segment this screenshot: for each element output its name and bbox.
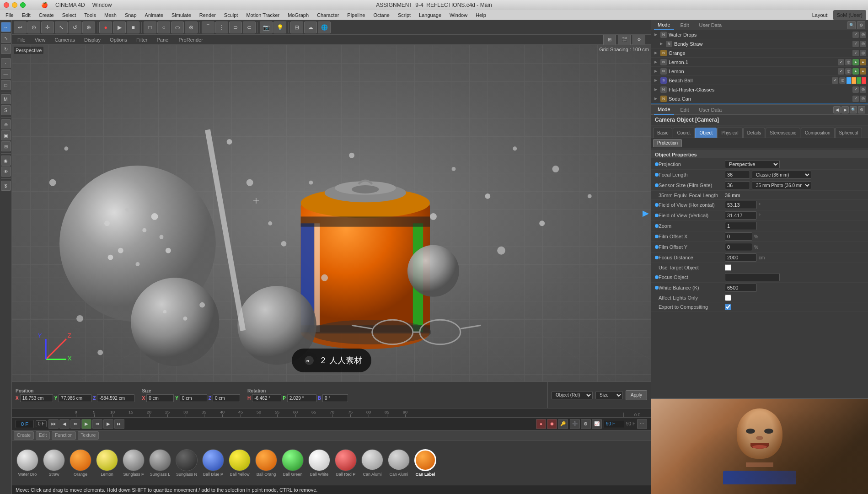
sphere-btn[interactable]: ○ <box>157 21 170 33</box>
tab-coord[interactable]: Coord. <box>673 128 695 138</box>
material-lemon[interactable]: Lemon <box>95 449 119 477</box>
material-orange[interactable]: Orange <box>69 449 92 477</box>
poly-mode-btn[interactable]: □ <box>1 80 11 90</box>
menu-animate[interactable]: Animate <box>141 10 167 20</box>
focus-object-input[interactable] <box>725 273 780 281</box>
props-edit-tab[interactable]: Edit <box>677 105 693 115</box>
window-menu[interactable]: Window <box>89 0 116 10</box>
projection-select[interactable]: Perspective Isometric Orthographic <box>725 160 780 168</box>
rot-p-input[interactable] <box>287 394 316 402</box>
vp-tab-panel[interactable]: Panel <box>153 35 173 45</box>
null-btn[interactable]: ⊗ <box>185 21 198 33</box>
prev-frame-btn[interactable]: ◀ <box>59 419 70 429</box>
material-ball-yellow[interactable]: Ball Yellow <box>228 449 252 477</box>
apply-button[interactable]: Apply <box>626 390 647 400</box>
navigation-arrow[interactable]: ▶ <box>643 208 649 218</box>
tab-composition[interactable]: Composition <box>801 128 835 138</box>
camera-btn[interactable]: 📷 <box>260 21 273 33</box>
menu-sculpt[interactable]: Sculpt <box>220 10 242 20</box>
menu-snap[interactable]: Snap <box>121 10 140 20</box>
light-btn[interactable]: 💡 <box>273 21 286 33</box>
menu-window[interactable]: Window <box>446 10 471 20</box>
size-z-input[interactable] <box>213 394 240 402</box>
menu-mesh[interactable]: Mesh <box>101 10 120 20</box>
mat-edit-btn[interactable]: Edit <box>36 431 50 440</box>
point-mode-btn[interactable]: · <box>1 58 11 68</box>
menu-render[interactable]: Render <box>196 10 220 20</box>
obj-soda-can[interactable]: ▶ N Soda Can ✓ ◎ <box>651 94 868 103</box>
menu-select[interactable]: Select <box>59 10 80 20</box>
expand-lemon1[interactable]: ▶ <box>653 59 659 65</box>
menu-help[interactable]: Help <box>472 10 490 20</box>
rot-h-input[interactable] <box>252 394 281 402</box>
material-can-label[interactable]: Can Label <box>413 449 437 477</box>
objects-mode-tab[interactable]: Mode <box>654 20 674 30</box>
tab-details[interactable]: Details <box>743 128 766 138</box>
use-target-checkbox[interactable] <box>725 264 731 271</box>
expand-soda-can[interactable]: ▶ <box>653 96 659 102</box>
coord-z-input[interactable] <box>97 394 134 402</box>
transform-btn[interactable]: ⊕ <box>82 21 95 33</box>
obj-orange[interactable]: ▶ N Orange ✓ ◎ <box>651 48 868 58</box>
props-forward-btn[interactable]: ▶ <box>841 106 849 113</box>
menu-script[interactable]: Script <box>394 10 414 20</box>
material-sunglass-l[interactable]: Sunglass L <box>148 449 172 477</box>
material-sunglass-n[interactable]: Sunglass N <box>175 449 198 477</box>
solo-btn[interactable]: ◉ <box>1 156 11 166</box>
props-search-btn[interactable]: 🔍 <box>850 106 857 113</box>
rotate-btn[interactable]: ↺ <box>69 21 81 33</box>
timeline-graph-btn[interactable]: 📈 <box>592 419 602 429</box>
spline-btn[interactable]: ⌒ <box>202 21 214 33</box>
live-selection-btn[interactable]: ⊙ <box>27 21 40 33</box>
vp-tab-prorender[interactable]: ProRender <box>175 35 207 45</box>
loft-btn[interactable]: ⊂ <box>243 21 256 33</box>
model-mode-btn[interactable]: M <box>1 94 11 104</box>
vp-tab-display[interactable]: Display <box>80 35 104 45</box>
menu-simulate[interactable]: Simulate <box>168 10 195 20</box>
material-ball-white[interactable]: Ball White <box>307 449 331 477</box>
floor-btn[interactable]: ⊟ <box>290 21 303 33</box>
rot-b-input[interactable] <box>322 394 348 402</box>
export-compositing-checkbox[interactable] <box>725 304 731 310</box>
render-region-btn[interactable]: ▣ <box>1 130 11 140</box>
minimize-button[interactable] <box>12 2 17 8</box>
move-tool-btn[interactable]: ↔ <box>1 22 11 32</box>
menu-language[interactable]: Language <box>415 10 445 20</box>
objects-settings-btn[interactable]: ⚙ <box>857 21 865 29</box>
timeline-settings-btn[interactable]: ⚙ <box>581 419 591 429</box>
expand-lemon[interactable]: ▶ <box>653 69 659 74</box>
tab-spherical[interactable]: Spherical <box>835 128 863 138</box>
expand-bendy-straw[interactable]: ▶ <box>659 41 664 47</box>
vp-tab-cameras[interactable]: Cameras <box>51 35 79 45</box>
tab-physical[interactable]: Physical <box>717 128 742 138</box>
film-offset-y-input[interactable] <box>725 243 752 251</box>
menu-edit[interactable]: Edit <box>18 10 34 20</box>
material-can-alumi-1[interactable]: Can Alumi <box>360 449 384 477</box>
expand-orange[interactable]: ▶ <box>653 50 659 56</box>
mat-function-btn[interactable]: Function <box>52 431 75 440</box>
material-ball-blue[interactable]: Ball Blue P <box>201 449 225 477</box>
auto-key-btn[interactable]: ⏺ <box>547 419 557 429</box>
focus-distance-input[interactable] <box>725 253 757 262</box>
focal-length-input[interactable] <box>725 171 750 179</box>
material-straw[interactable]: Straw <box>42 449 66 477</box>
material-btn[interactable]: $ <box>1 181 11 191</box>
next-key-btn[interactable]: ➡ <box>92 419 102 429</box>
obj-lemon[interactable]: ▶ N Lemon ✓ ◎ ▲ ▲ <box>651 67 868 76</box>
go-to-start-btn[interactable]: ⏮ <box>48 419 59 429</box>
material-ball-orange[interactable]: Ball Orang <box>254 449 278 477</box>
coord-y-input[interactable] <box>59 394 91 402</box>
rotate-tool-btn[interactable]: ↻ <box>1 44 11 54</box>
size-x-input[interactable] <box>146 394 174 402</box>
sweep-btn[interactable]: ⊃ <box>229 21 242 33</box>
prev-key-btn[interactable]: ⬅ <box>70 419 80 429</box>
sensor-size-preset-select[interactable]: 35 mm Photo (36.0 mm) <box>752 181 811 189</box>
coord-x-input[interactable] <box>20 394 53 402</box>
object-mode-select[interactable]: Object (Rel) World Local <box>552 391 593 399</box>
sensor-size-input[interactable] <box>725 181 750 189</box>
maximize-button[interactable] <box>20 2 26 8</box>
props-settings-btn[interactable]: ⚙ <box>858 106 865 113</box>
record-btn[interactable]: ● <box>536 419 546 429</box>
apple-menu-area[interactable]: 🍎 CINEMA 4D Window <box>38 0 115 10</box>
vp-tab-filter[interactable]: Filter <box>133 35 151 45</box>
